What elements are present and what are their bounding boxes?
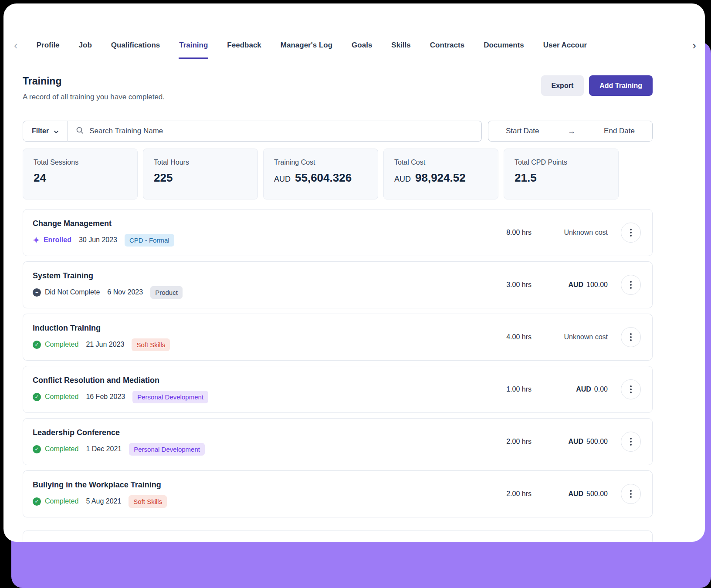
training-hours: 1.00 hrs — [466, 385, 532, 393]
training-hours: 8.00 hrs — [466, 229, 532, 237]
nav-next-icon[interactable]: › — [692, 41, 696, 57]
search-input[interactable] — [89, 127, 474, 135]
cost-amount: 100.00 — [586, 281, 608, 288]
filter-button-label: Filter — [32, 127, 49, 135]
training-hours: 3.00 hrs — [466, 281, 532, 289]
tab-feedback[interactable]: Feedback — [227, 41, 261, 59]
training-list: Change Management ✦ Enrolled 30 Jun 2023… — [23, 209, 653, 542]
completed-icon: ✓ — [33, 445, 41, 453]
training-date: 16 Feb 2023 — [86, 393, 125, 401]
page-header-text: Training A record of all training you ha… — [23, 75, 165, 101]
stat-value: 24 — [34, 171, 46, 185]
currency-label: AUD — [274, 175, 291, 184]
tab-bar: ‹ Profile Job Qualifications Training Fe… — [3, 3, 705, 59]
tab-documents[interactable]: Documents — [483, 41, 525, 59]
stat-value: 55,604.326 — [295, 171, 352, 185]
cost-currency: AUD — [576, 385, 591, 393]
row-menu-button[interactable] — [621, 275, 641, 295]
status-badge: ✦ Enrolled — [33, 236, 71, 244]
training-row[interactable]: Conflict Resolution and Mediation ✓ Comp… — [23, 366, 653, 413]
status-badge: – Did Not Complete — [33, 288, 100, 297]
status-badge: ✓ Completed — [33, 497, 78, 506]
chevron-down-icon — [54, 128, 59, 134]
row-menu-button[interactable] — [621, 379, 641, 399]
nav-prev-icon[interactable]: ‹ — [14, 41, 18, 57]
row-menu-button[interactable] — [621, 327, 641, 347]
cost-amount: 500.00 — [586, 438, 608, 445]
training-cost: AUD500.00 — [532, 490, 608, 498]
status-label: Enrolled — [44, 236, 71, 244]
training-date: 21 Jun 2023 — [86, 341, 124, 348]
category-badge: CPD - Formal — [125, 234, 174, 247]
stat-training-cost: Training Cost AUD 55,604.326 — [263, 149, 378, 199]
training-info: Leadership Conference ✓ Completed 1 Dec … — [33, 428, 466, 456]
training-info: Change Management ✦ Enrolled 30 Jun 2023… — [33, 219, 466, 247]
stat-value: 98,924.52 — [415, 171, 466, 185]
training-info: Bullying in the Workplace Training ✓ Com… — [33, 480, 466, 508]
status-label: Completed — [45, 341, 78, 348]
status-label: Did Not Complete — [45, 288, 100, 296]
end-date-field[interactable]: End Date — [604, 127, 635, 135]
training-cost: AUD100.00 — [532, 281, 608, 289]
training-info: Induction Training ✓ Completed 21 Jun 20… — [33, 324, 466, 351]
row-menu-button[interactable] — [621, 223, 641, 243]
training-row[interactable]: Change Management ✦ Enrolled 30 Jun 2023… — [23, 209, 653, 256]
tab-skills[interactable]: Skills — [391, 41, 411, 59]
training-date: 30 Jun 2023 — [79, 236, 117, 244]
stats-row: Total Sessions 24 Total Hours 225 Traini… — [23, 149, 705, 199]
training-row[interactable]: Bullying in the Workplace Training ✓ Com… — [23, 470, 653, 517]
training-cost: AUD500.00 — [532, 438, 608, 446]
stat-value: 21.5 — [515, 171, 537, 185]
training-cost: AUD0.00 — [532, 385, 608, 393]
start-date-field[interactable]: Start Date — [506, 127, 539, 135]
training-date: 6 Nov 2023 — [107, 288, 143, 296]
enrolled-icon: ✦ — [33, 236, 40, 244]
stat-label: Total Hours — [154, 159, 247, 166]
currency-label: AUD — [394, 175, 411, 184]
training-title: Induction Training — [33, 324, 466, 333]
tab-user-account[interactable]: User Accour — [543, 41, 587, 59]
status-label: Completed — [45, 393, 78, 401]
tab-managers-log[interactable]: Manager's Log — [280, 41, 333, 59]
main-card: ‹ Profile Job Qualifications Training Fe… — [3, 3, 705, 542]
training-title: Conflict Resolution and Mediation — [33, 376, 466, 385]
cost-currency: AUD — [568, 490, 583, 497]
category-badge: Soft Skills — [129, 495, 167, 508]
tab-profile[interactable]: Profile — [36, 41, 60, 59]
page-header: Training A record of all training you ha… — [23, 75, 653, 101]
row-menu-button[interactable] — [621, 484, 641, 504]
training-meta: ✓ Completed 5 Aug 2021 Soft Skills — [33, 495, 466, 508]
training-meta: ✓ Completed 16 Feb 2023 Personal Develop… — [33, 391, 466, 403]
training-row[interactable]: System Training – Did Not Complete 6 Nov… — [23, 261, 653, 308]
cost-currency: AUD — [568, 438, 583, 445]
cost-unknown-label: Unknown cost — [564, 333, 608, 341]
page-background: ‹ Profile Job Qualifications Training Fe… — [0, 0, 711, 588]
tab-training[interactable]: Training — [179, 41, 208, 59]
add-training-button[interactable]: Add Training — [589, 75, 653, 96]
search-box — [68, 121, 482, 142]
row-menu-button[interactable] — [621, 432, 641, 452]
tab-goals[interactable]: Goals — [351, 41, 372, 59]
stat-label: Total Cost — [394, 159, 488, 166]
training-row[interactable]: Leadership Conference ✓ Completed 1 Dec … — [23, 418, 653, 465]
training-meta: ✦ Enrolled 30 Jun 2023 CPD - Formal — [33, 234, 466, 247]
stat-total-cost: Total Cost AUD 98,924.52 — [383, 149, 498, 199]
export-button[interactable]: Export — [541, 75, 584, 96]
tab-qualifications[interactable]: Qualifications — [111, 41, 160, 59]
header-actions: Export Add Training — [541, 75, 653, 96]
training-row-partial — [23, 531, 653, 542]
tab-job[interactable]: Job — [78, 41, 92, 59]
training-cost: Unknown cost — [532, 229, 608, 237]
cost-amount: 0.00 — [594, 385, 608, 393]
stat-value: 225 — [154, 171, 173, 185]
category-badge: Soft Skills — [132, 338, 170, 351]
training-row[interactable]: Induction Training ✓ Completed 21 Jun 20… — [23, 314, 653, 361]
training-title: Leadership Conference — [33, 428, 466, 437]
tab-contracts[interactable]: Contracts — [430, 41, 465, 59]
filter-button[interactable]: Filter — [23, 121, 68, 142]
search-icon — [76, 126, 84, 136]
arrow-right-icon: → — [568, 127, 576, 136]
date-range-picker[interactable]: Start Date → End Date — [488, 121, 653, 142]
training-hours: 2.00 hrs — [466, 438, 532, 446]
status-label: Completed — [45, 497, 78, 505]
